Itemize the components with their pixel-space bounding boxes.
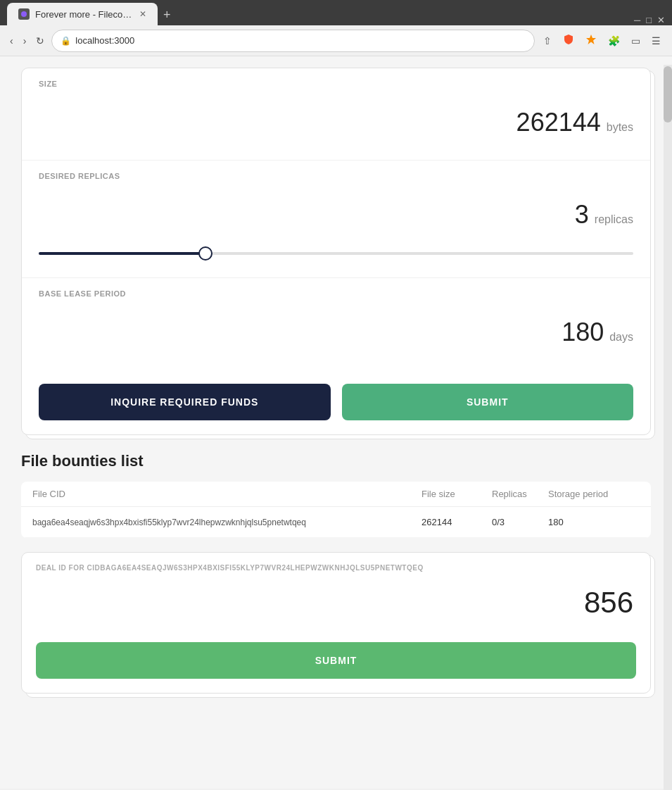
replicas-unit: replicas <box>595 213 633 226</box>
menu-button[interactable]: ☰ <box>647 32 665 49</box>
address-bar[interactable]: 🔒 localhost:3000 <box>51 30 535 52</box>
replicas-slider-thumb[interactable] <box>198 246 213 261</box>
replicas-slider-track <box>39 252 633 255</box>
bounties-title: File bounties list <box>21 452 651 470</box>
inquire-funds-button[interactable]: INQUIRE REQUIRED FUNDS <box>39 384 331 420</box>
active-tab[interactable]: Forever more - Filecoin au ✕ <box>7 3 158 25</box>
table-header: File CID File size Replicas Storage peri… <box>21 482 651 507</box>
row-replicas: 0/3 <box>492 517 548 527</box>
back-button[interactable]: ‹ <box>7 32 16 49</box>
maximize-button[interactable]: □ <box>646 15 652 25</box>
size-value: 262144 <box>516 108 601 137</box>
tab-close-button[interactable]: ✕ <box>139 9 146 19</box>
replicas-section: DESIRED REPLICAS 3 replicas <box>22 161 650 278</box>
col-storage: Storage period <box>548 489 640 499</box>
size-label: SIZE <box>39 80 633 88</box>
forward-button[interactable]: › <box>20 32 30 49</box>
replicas-value-row: 3 replicas <box>39 189 633 241</box>
minimize-button[interactable]: ─ <box>634 15 640 25</box>
deal-value: 856 <box>584 586 633 620</box>
bounties-table: File CID File size Replicas Storage peri… <box>21 482 651 538</box>
replicas-value: 3 <box>575 200 589 230</box>
form-card: SIZE 262144 bytes DESIRED REPLICAS 3 rep… <box>21 68 651 435</box>
share-button[interactable]: ⇧ <box>539 32 556 49</box>
lease-unit: days <box>609 331 633 344</box>
browser-toolbar: ‹ › ↻ 🔒 localhost:3000 ⇧ 🧩 ▭ ☰ <box>0 25 672 56</box>
deal-label: DEAL ID FOR CIDBAGA6EA4SEAQJW6S3HPX4BXIS… <box>22 553 650 572</box>
url-text: localhost:3000 <box>75 35 134 46</box>
scrollbar-track <box>664 65 672 789</box>
extensions-button[interactable]: 🧩 <box>604 32 624 49</box>
row-cid: baga6ea4seaqjw6s3hpx4bxisfi55klyp7wvr24l… <box>32 518 421 527</box>
row-filesize: 262144 <box>421 517 492 527</box>
close-window-button[interactable]: ✕ <box>657 15 665 25</box>
new-tab-button[interactable]: + <box>158 5 177 25</box>
row-storage: 180 <box>548 517 640 527</box>
svg-point-0 <box>21 11 27 17</box>
col-replicas: Replicas <box>492 489 548 499</box>
replicas-slider-container <box>39 241 633 266</box>
lease-value: 180 <box>562 318 604 347</box>
replicas-slider-fill <box>39 252 205 255</box>
submit-button[interactable]: SUBMIT <box>342 384 634 420</box>
svg-marker-1 <box>586 35 596 44</box>
bounties-section: File bounties list File CID File size Re… <box>21 452 651 538</box>
form-card-stack: SIZE 262144 bytes DESIRED REPLICAS 3 rep… <box>21 68 651 435</box>
deal-card: DEAL ID FOR CIDBAGA6EA4SEAQJW6S3HPX4BXIS… <box>21 552 651 694</box>
lease-value-row: 180 days <box>39 306 633 358</box>
tab-bar: Forever more - Filecoin au ✕ + ─ □ ✕ <box>0 0 672 25</box>
lease-label: BASE LEASE PERIOD <box>39 289 633 298</box>
table-row: baga6ea4seaqjw6s3hpx4bxisfi55klyp7wvr24l… <box>21 507 651 538</box>
size-unit: bytes <box>607 121 633 134</box>
deal-card-stack: DEAL ID FOR CIDBAGA6EA4SEAQJW6S3HPX4BXIS… <box>21 552 651 694</box>
brave-shield-button[interactable] <box>559 31 578 50</box>
col-filesize: File size <box>421 489 492 499</box>
brave-rewards-button[interactable] <box>581 31 601 50</box>
size-value-row: 262144 bytes <box>39 96 633 149</box>
page-content: SIZE 262144 bytes DESIRED REPLICAS 3 rep… <box>0 56 672 789</box>
lease-section: BASE LEASE PERIOD 180 days <box>22 278 650 370</box>
col-cid: File CID <box>32 489 421 499</box>
reload-button[interactable]: ↻ <box>33 32 47 49</box>
button-row: INQUIRE REQUIRED FUNDS SUBMIT <box>22 370 650 434</box>
deal-value-row: 856 <box>22 572 650 637</box>
lock-icon: 🔒 <box>61 36 71 46</box>
replicas-label: DESIRED REPLICAS <box>39 172 633 180</box>
favicon <box>18 8 30 20</box>
deal-submit-button[interactable]: SUBMIT <box>36 642 636 679</box>
wallet-button[interactable]: ▭ <box>627 32 645 49</box>
browser-chrome: Forever more - Filecoin au ✕ + ─ □ ✕ ‹ ›… <box>0 0 672 56</box>
size-section: SIZE 262144 bytes <box>22 68 650 161</box>
toolbar-icons: ⇧ 🧩 ▭ ☰ <box>539 31 665 50</box>
scrollbar-thumb[interactable] <box>664 66 672 123</box>
tab-title: Forever more - Filecoin au <box>35 9 134 20</box>
